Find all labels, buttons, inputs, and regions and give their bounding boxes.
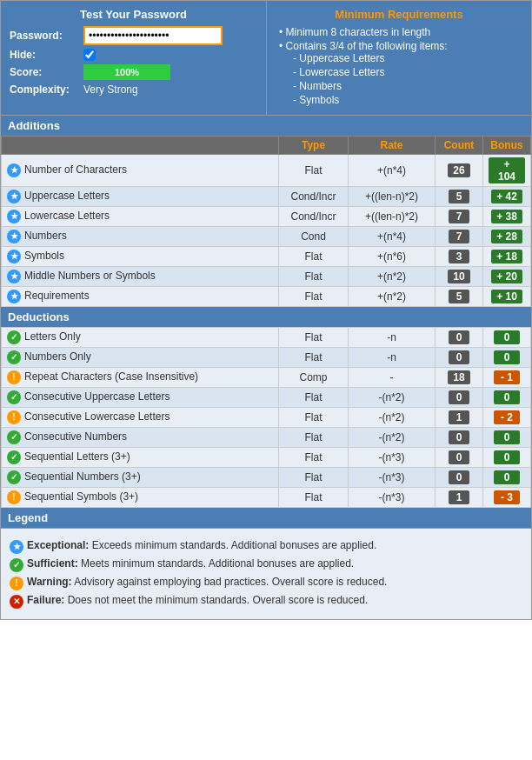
score-label: Score: xyxy=(10,66,83,78)
row-bonus-cell: + 18 xyxy=(483,247,531,267)
row-bonus-cell: + 104 xyxy=(483,155,531,187)
deductions-row: ✓Sequential Letters (3+) Flat -(n*3) 0 0 xyxy=(2,448,531,468)
additions-row: ★Numbers Cond +(n*4) 7 + 28 xyxy=(2,227,531,247)
green-icon: ✓ xyxy=(7,470,21,484)
legend-item: ✕Failure: Does not meet the minimum stan… xyxy=(10,594,522,609)
bonus-box: + 28 xyxy=(491,230,522,243)
row-type-cell: Comp xyxy=(279,368,349,388)
row-name: Number of Characters xyxy=(24,163,127,176)
row-name-cell: ★Symbols xyxy=(2,247,279,267)
row-name-cell: ★Middle Numbers or Symbols xyxy=(2,267,279,287)
row-name: Sequential Numbers (3+) xyxy=(24,470,141,483)
count-box: 0 xyxy=(449,390,469,404)
count-box: 0 xyxy=(449,330,469,344)
green-icon: ✓ xyxy=(7,390,21,404)
row-type-cell: Flat xyxy=(279,388,349,408)
row-name: Middle Numbers or Symbols xyxy=(24,270,156,282)
legend-text: Sufficient: Meets minimum standards. Add… xyxy=(27,557,354,570)
deductions-row: !Repeat Characters (Case Insensitive) Co… xyxy=(2,368,531,388)
row-name-cell: ★Requirements xyxy=(2,287,279,307)
row-type-cell: Cond xyxy=(279,227,349,247)
bonus-box: + 38 xyxy=(491,210,522,223)
row-type-cell: Flat xyxy=(279,428,349,448)
count-box: 3 xyxy=(449,250,469,263)
col-header-bonus: Bonus xyxy=(483,137,531,155)
row-bonus-cell: 0 xyxy=(483,388,531,408)
count-box: 0 xyxy=(449,430,469,444)
bonus-box: + 20 xyxy=(491,270,522,283)
row-bonus-cell: + 42 xyxy=(483,187,531,207)
min-req-sub-1: Uppercase Letters xyxy=(293,52,522,64)
test-panel-title: Test Your Password xyxy=(10,8,257,21)
min-req-title: Minimum Requirements xyxy=(276,8,522,21)
col-header-rate: Rate xyxy=(349,137,436,155)
legend-label: Warning: xyxy=(27,576,72,588)
row-name: Consecutive Lowercase Letters xyxy=(24,410,170,423)
row-name-cell: ✓Sequential Numbers (3+) xyxy=(2,468,279,488)
row-bonus-cell: 0 xyxy=(483,448,531,468)
deductions-row: ✓Consecutive Uppercase Letters Flat -(n*… xyxy=(2,388,531,408)
bonus-box: + 10 xyxy=(491,290,522,303)
bonus-box: 0 xyxy=(494,350,520,364)
bonus-box: 0 xyxy=(494,330,520,344)
row-name: Numbers xyxy=(24,230,67,242)
row-count-cell: 0 xyxy=(436,468,483,488)
bonus-box: 0 xyxy=(494,390,520,404)
bonus-box: - 2 xyxy=(494,410,520,424)
row-type-cell: Flat xyxy=(279,328,349,348)
row-count-cell: 0 xyxy=(436,448,483,468)
min-req-list: Minimum 8 characters in length Contains … xyxy=(276,26,522,106)
additions-row: ★Uppercase Letters Cond/Incr +((len-n)*2… xyxy=(2,187,531,207)
row-rate-cell: -(n*3) xyxy=(349,468,436,488)
deductions-row: ✓Numbers Only Flat -n 0 0 xyxy=(2,348,531,368)
row-name: Consecutive Numbers xyxy=(24,430,127,443)
row-type-cell: Flat xyxy=(279,267,349,287)
legend-label: Sufficient: xyxy=(27,557,78,570)
yellow-icon: ! xyxy=(7,410,21,424)
row-bonus-cell: 0 xyxy=(483,348,531,368)
count-box: 7 xyxy=(449,230,469,243)
legend-text: Warning: Advisory against employing bad … xyxy=(27,576,387,588)
yellow-icon: ! xyxy=(7,490,21,504)
row-name: Requirements xyxy=(24,290,90,302)
blue-icon: ★ xyxy=(7,210,21,223)
row-rate-cell: +((len-n)*2) xyxy=(349,207,436,227)
row-count-cell: 3 xyxy=(436,247,483,267)
bonus-box: + 104 xyxy=(489,157,525,183)
count-box: 1 xyxy=(449,490,469,504)
row-type-cell: Flat xyxy=(279,408,349,428)
legend-label: Exceptional: xyxy=(27,539,89,551)
green-icon: ✓ xyxy=(7,330,21,344)
row-name: Numbers Only xyxy=(24,350,91,363)
green-icon: ✓ xyxy=(7,350,21,364)
row-name: Letters Only xyxy=(24,330,81,343)
row-count-cell: 7 xyxy=(436,207,483,227)
row-count-cell: 1 xyxy=(436,488,483,508)
row-name-cell: ✓Numbers Only xyxy=(2,348,279,368)
score-bar: 100% xyxy=(83,64,170,80)
password-label: Password: xyxy=(10,30,83,42)
col-header-type: Type xyxy=(279,137,349,155)
count-box: 0 xyxy=(449,450,469,464)
bonus-box: + 42 xyxy=(491,190,522,203)
green-icon: ✓ xyxy=(7,430,21,444)
green-icon: ✓ xyxy=(10,558,23,572)
bonus-box: 0 xyxy=(494,430,520,444)
legend-item: ✓Sufficient: Meets minimum standards. Ad… xyxy=(10,557,522,572)
hide-checkbox[interactable] xyxy=(83,49,96,61)
row-type-cell: Flat xyxy=(279,488,349,508)
blue-icon: ★ xyxy=(7,230,21,243)
legend-item: !Warning: Advisory against employing bad… xyxy=(10,576,522,590)
row-type-cell: Flat xyxy=(279,287,349,307)
col-header-name xyxy=(2,137,279,155)
legend-text: Failure: Does not meet the minimum stand… xyxy=(27,594,368,606)
row-count-cell: 1 xyxy=(436,408,483,428)
row-type-cell: Flat xyxy=(279,468,349,488)
password-input[interactable] xyxy=(83,26,223,45)
complexity-label: Complexity: xyxy=(10,83,83,96)
row-rate-cell: -n xyxy=(349,348,436,368)
row-rate-cell: -(n*2) xyxy=(349,408,436,428)
row-rate-cell: +(n*6) xyxy=(349,247,436,267)
min-req-sub-3: Numbers xyxy=(293,80,522,92)
count-box: 7 xyxy=(449,210,469,223)
